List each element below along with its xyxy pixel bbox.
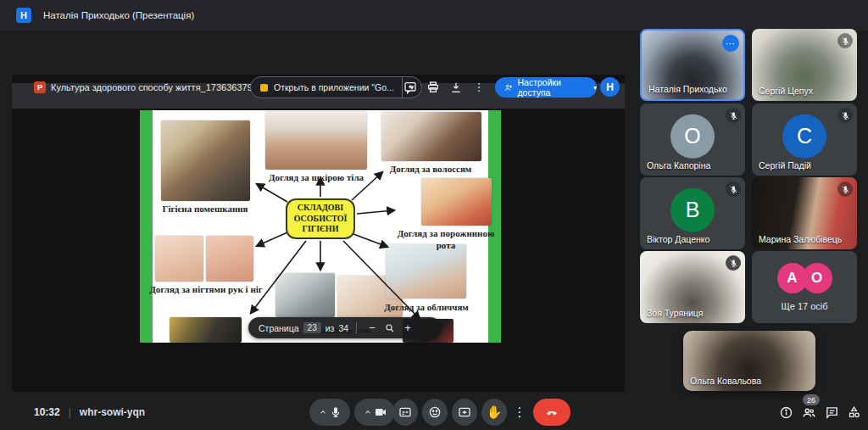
- mic-icon: [329, 405, 342, 419]
- participant-name: Зоя Туряниця: [647, 308, 704, 318]
- emoji-icon: [428, 405, 442, 419]
- participant-tile-padiy[interactable]: С Сергій Падій: [752, 103, 857, 176]
- slides-app-icon: [260, 84, 268, 92]
- download-icon[interactable]: [449, 81, 463, 94]
- photo-feet: [155, 236, 203, 282]
- participant-name: Наталія Приходько: [648, 84, 727, 94]
- label-body-skin: Догляд за шкірою тіла: [260, 172, 372, 184]
- mic-muted-icon: [837, 181, 853, 197]
- participant-name: Ольга Капоріна: [647, 160, 710, 170]
- tile-menu-button[interactable]: ⋯: [722, 35, 739, 52]
- pptx-file-icon: P: [34, 81, 46, 93]
- zoom-lens-icon[interactable]: [385, 323, 395, 333]
- avatar: В: [670, 187, 715, 232]
- end-call-button[interactable]: [533, 399, 570, 426]
- show-participants-button[interactable]: [802, 405, 816, 420]
- more-participants-tile[interactable]: А О Ще 17 осіб: [752, 251, 857, 323]
- page-divider: [356, 322, 357, 334]
- participant-tile-kaporina[interactable]: О Ольга Капоріна: [640, 103, 745, 176]
- label-hair: Догляд за волоссям: [370, 164, 491, 176]
- chat-icon: [825, 405, 839, 420]
- hand-icon: ✋: [487, 405, 503, 420]
- participant-name: Ольга Ковальова: [690, 376, 761, 386]
- central-topic-box: СКЛАДОВІ ОСОБИСТОЇ ГІГІЄНИ: [286, 198, 355, 239]
- participant-tile-datsenko[interactable]: В Віктор Даценко: [640, 177, 745, 249]
- page-label: Страница: [259, 323, 299, 333]
- raise-hand-button[interactable]: ✋: [481, 399, 507, 426]
- participant-tile-natalia[interactable]: ⋯ Наталія Приходько: [640, 29, 745, 101]
- participant-name: Сергій Цепух: [759, 86, 813, 96]
- toolbar-more-icon[interactable]: ⋮: [472, 81, 486, 94]
- overflow-avatar: О: [802, 263, 832, 293]
- activities-icon: [847, 405, 861, 420]
- mic-muted-icon: [726, 108, 741, 123]
- open-in-app-label: Открыть в приложении "Go...: [274, 82, 394, 92]
- mic-muted-icon: [726, 255, 741, 271]
- avatar: О: [670, 114, 715, 158]
- meeting-code: whr-sowi-yqn: [80, 406, 145, 418]
- photo-hair-care: [381, 112, 481, 161]
- open-in-app-button[interactable]: Открыть в приложении "Go... ▾: [250, 76, 422, 98]
- participant-name: Сергій Падій: [759, 160, 811, 170]
- photo-housing-hygiene: [161, 120, 250, 201]
- participant-count-badge: 26: [803, 394, 820, 405]
- photo-face-washing: [386, 244, 466, 299]
- end-call-icon: [545, 405, 559, 419]
- photo-faucet: [275, 273, 335, 317]
- present-button[interactable]: [452, 399, 477, 426]
- participant-name: Марина Залюбівець: [759, 234, 842, 244]
- participant-tile-maryna[interactable]: Марина Залюбівець: [752, 177, 857, 249]
- camera-button[interactable]: [354, 399, 395, 426]
- chat-button[interactable]: [825, 405, 839, 420]
- add-comment-icon[interactable]: [403, 81, 417, 94]
- slide-green-bar-right: [488, 110, 501, 343]
- mic-muted-icon: [837, 33, 853, 48]
- zoom-out-button[interactable]: −: [364, 321, 380, 334]
- slide-canvas: Гігієна помешкання Догляд за шкірою тіла…: [140, 110, 501, 343]
- page-current-input[interactable]: 23: [303, 322, 321, 333]
- share-settings-label: Настройки доступа: [517, 77, 587, 98]
- avatar: С: [782, 114, 826, 158]
- present-screen-icon: [458, 405, 471, 419]
- page-total: 34: [338, 323, 348, 333]
- file-name: Культура здорового способу життя_1736363…: [51, 82, 278, 92]
- more-vertical-icon: ⋮: [514, 405, 526, 420]
- participant-name: Віктор Даценко: [647, 234, 709, 244]
- person-add-icon: [504, 82, 513, 93]
- captions-button[interactable]: [392, 399, 418, 426]
- photo-shoe-care: [170, 317, 242, 343]
- presenter-avatar: Н: [16, 8, 31, 23]
- mic-button[interactable]: [309, 399, 350, 426]
- mic-options-chevron-icon[interactable]: [317, 408, 329, 416]
- people-icon: [802, 405, 816, 420]
- photo-mouth-care: [421, 178, 492, 226]
- share-settings-button[interactable]: Настройки доступа ▾: [495, 77, 597, 98]
- presentation-title: Наталія Приходько (Презентація): [43, 10, 194, 20]
- meeting-info: 10:32 | whr-sowi-yqn: [34, 406, 145, 418]
- participant-tile-kovalova[interactable]: Ольга Ковальова: [683, 331, 815, 391]
- meeting-details-button[interactable]: [779, 405, 793, 420]
- mic-muted-icon: [837, 108, 853, 123]
- participant-tile-zoya[interactable]: Зоя Туряниця: [640, 251, 745, 323]
- participant-tile-tsepukh[interactable]: Сергій Цепух: [752, 29, 857, 101]
- print-icon[interactable]: [426, 81, 440, 94]
- label-face: Догляд за обличчям: [384, 302, 469, 314]
- camera-icon: [374, 405, 387, 419]
- meet-window: Н Наталія Приходько (Презентація) P Куль…: [0, 0, 868, 430]
- label-mouth: Догляд за порожниною рота: [396, 228, 496, 252]
- camera-options-chevron-icon[interactable]: [362, 408, 374, 416]
- account-avatar[interactable]: Н: [600, 77, 620, 97]
- photo-body-skin-care: [265, 112, 367, 170]
- activities-button[interactable]: [847, 405, 861, 420]
- mic-muted-icon: [726, 181, 741, 197]
- info-icon: [779, 405, 793, 420]
- label-housing: Гігієна помешкання: [150, 204, 260, 215]
- clock: 10:32: [34, 406, 60, 418]
- more-participants-label: Ще 17 осіб: [781, 301, 827, 311]
- page-of-label: из: [326, 323, 335, 333]
- more-options-button[interactable]: ⋮: [509, 399, 530, 426]
- label-nails: Догляд за нігтями рук і ніг: [147, 284, 265, 296]
- reactions-button[interactable]: [422, 399, 448, 426]
- zoom-in-button[interactable]: +: [400, 321, 415, 334]
- slide-green-bar-left: [140, 110, 153, 343]
